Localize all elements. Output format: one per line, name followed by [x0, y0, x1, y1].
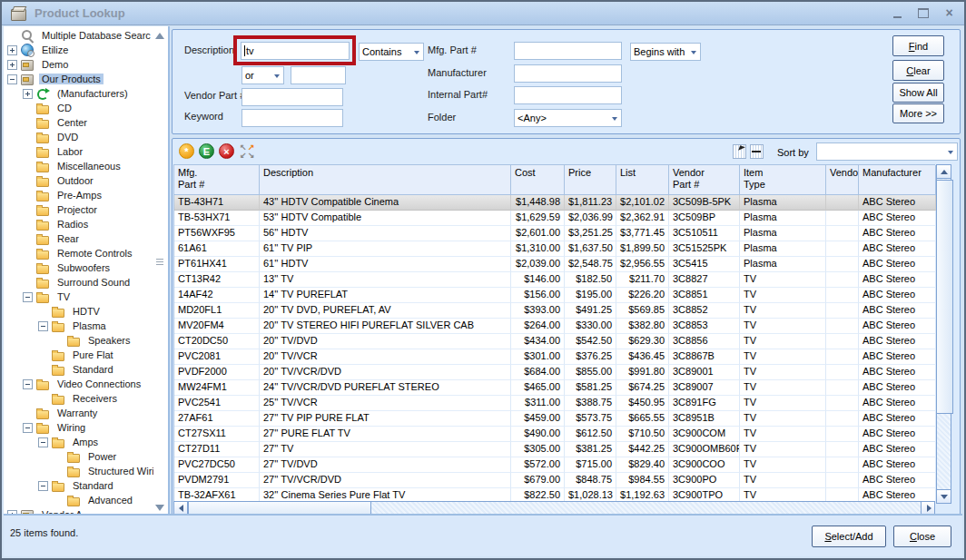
scroll-up-icon[interactable] — [936, 164, 951, 179]
tree-item[interactable]: Standard — [4, 362, 153, 377]
tree-scroll-down-icon[interactable] — [154, 503, 166, 514]
tree-item[interactable]: CD — [4, 101, 153, 115]
column-header-price[interactable]: Price — [565, 165, 616, 195]
column-header-description[interactable]: Description — [260, 165, 511, 195]
tree-item[interactable]: Amps — [4, 435, 153, 449]
tree-item[interactable]: Our Products — [4, 72, 153, 86]
mfg-part-input[interactable] — [514, 42, 622, 60]
collapse-icon[interactable] — [38, 481, 48, 491]
tree-item[interactable]: Warranty — [4, 406, 153, 420]
tree-item[interactable]: Plasma — [4, 319, 153, 333]
mfg-part-match-select[interactable]: Begins with — [630, 43, 701, 61]
tree-item[interactable]: Outdoor — [4, 173, 153, 188]
clear-button[interactable]: Clear — [892, 60, 944, 81]
tree-item[interactable]: Receivers — [4, 391, 153, 406]
description-input[interactable]: tv — [241, 42, 350, 60]
tree-item[interactable]: Multiple Database Searc — [4, 28, 153, 43]
collapse-icon[interactable] — [38, 437, 48, 447]
tree-item[interactable]: Advanced — [4, 493, 153, 507]
collapse-icon[interactable] — [38, 321, 48, 331]
x-badge-icon[interactable]: × — [219, 143, 234, 159]
expand-icon[interactable] — [7, 60, 17, 70]
table-row[interactable]: PVDM279127'' TV/VCR/DVD$679.00$848.75$98… — [174, 473, 935, 488]
table-row[interactable]: PVC254125'' TV/VCR$311.00$388.75$450.953… — [174, 396, 935, 411]
table-row[interactable]: MD20FL120'' TV DVD, PUREFLAT, AV$393.00$… — [174, 303, 935, 319]
expand-icon[interactable] — [7, 45, 17, 55]
tree-item[interactable]: Surround Sound — [4, 275, 153, 290]
tree-item[interactable]: Etilize — [4, 43, 153, 57]
collapse-icon[interactable] — [23, 292, 33, 302]
table-row[interactable]: PVC27DC5027'' TV/DVD$572.00$715.00$829.4… — [174, 457, 935, 473]
table-row[interactable]: PVDF200020'' TV/VCR/DVD$684.00$855.00$99… — [174, 365, 935, 380]
column-header-vendor-part[interactable]: Vendor Part # — [669, 165, 740, 195]
table-row[interactable]: PT56WXF9556'' HDTV$2,601.00$3,251.25$3,7… — [174, 226, 935, 241]
tree-item[interactable]: Power — [4, 449, 153, 464]
vertical-scrollbar[interactable] — [936, 164, 951, 504]
tree-item[interactable]: Projector — [4, 202, 153, 217]
tree-item[interactable]: Wiring — [4, 420, 153, 435]
tree-item[interactable]: Pre-Amps — [4, 188, 153, 202]
table-row[interactable]: MW24FM124'' TV/VCR/DVD PUREFLAT STEREO$4… — [174, 380, 935, 396]
tree-item[interactable]: Demo — [4, 57, 153, 72]
column-header-item-type[interactable]: Item Type — [740, 165, 826, 195]
tree-item[interactable]: TV — [4, 290, 153, 304]
internal-part-input[interactable] — [514, 86, 622, 104]
vendor-part-input[interactable] — [242, 88, 343, 106]
vertical-scroll-thumb[interactable] — [936, 180, 953, 414]
tree-item[interactable]: Standard — [4, 478, 153, 493]
column-header-mfg-part[interactable]: Mfg. Part # — [174, 165, 260, 195]
tree-item[interactable]: Labor — [4, 144, 153, 159]
tree-item[interactable]: DVD — [4, 130, 153, 144]
select-add-button[interactable]: Select/Add — [812, 526, 886, 547]
scroll-down-icon[interactable] — [936, 489, 951, 504]
select-columns-icon[interactable] — [733, 144, 746, 159]
table-row[interactable]: CT27SX1127'' PURE FLAT TV$490.00$612.50$… — [174, 427, 935, 442]
tree-item[interactable]: Radios — [4, 217, 153, 231]
maximize-icon[interactable] — [918, 8, 929, 18]
table-row[interactable]: TB-53HX7153'' HDTV Compatible$1,629.59$2… — [174, 211, 935, 226]
sort-by-select[interactable] — [816, 142, 958, 161]
table-row[interactable]: CT20DC5020'' TV/DVD$434.00$542.50$629.30… — [174, 334, 935, 349]
tree-item[interactable]: Pure Flat — [4, 348, 153, 362]
table-row[interactable]: CT13R4213'' TV$146.00$182.50$211.703C882… — [174, 272, 935, 288]
tree-scroll-up-icon[interactable] — [154, 31, 166, 42]
description-match-select[interactable]: Contains — [359, 43, 424, 61]
column-header-vendor[interactable]: Vendor — [826, 165, 859, 195]
close-icon[interactable]: × — [943, 8, 955, 18]
collapse-icon[interactable] — [23, 379, 33, 389]
description2-input[interactable] — [291, 66, 346, 84]
collapse-arrows-icon[interactable]: ↖↗↙↘ — [240, 143, 256, 159]
table-row[interactable]: MV20FM420'' TV STEREO HIFI PUREFLAT SILV… — [174, 319, 935, 334]
column-header-manufacturer[interactable]: Manufacturer — [859, 165, 936, 195]
tree-item[interactable]: Center — [4, 115, 153, 130]
table-row[interactable]: TB-43H7143'' HDTV Compatible Cinema$1,44… — [174, 195, 935, 211]
minimize-icon[interactable] — [892, 8, 903, 18]
tree-item[interactable]: Rear — [4, 231, 153, 246]
collapse-icon[interactable] — [7, 74, 17, 84]
tree-item[interactable]: Miscellaneous — [4, 159, 153, 173]
table-row[interactable]: CT27D1127'' TV$305.00$381.25$442.253C900… — [174, 442, 935, 457]
show-all-button[interactable]: Show All — [892, 83, 944, 103]
tree-item[interactable]: Structured Wiring — [4, 464, 153, 478]
collapse-icon[interactable] — [23, 423, 33, 433]
find-button[interactable]: Find — [892, 35, 944, 56]
close-button[interactable]: Close — [893, 526, 951, 547]
table-row[interactable]: PVC208120'' TV/VCR$301.00$376.25$436.453… — [174, 349, 935, 365]
expand-icon[interactable] — [23, 89, 33, 99]
tree-scroll-grip[interactable] — [154, 257, 166, 270]
tree-item[interactable]: (Manufacturers) — [4, 86, 153, 101]
table-row[interactable]: PT61HX4161'' HDTV$2,039.00$2,548.75$2,95… — [174, 257, 935, 272]
table-row[interactable]: 14AF4214'' TV PUREFLAT$156.00$195.00$226… — [174, 288, 935, 303]
column-header-list[interactable]: List — [616, 165, 669, 195]
or-operator-select[interactable]: or — [242, 66, 284, 84]
title-bar[interactable]: Product Lookup × — [2, 2, 964, 25]
manufacturer-input[interactable] — [514, 64, 622, 83]
table-row[interactable]: 27AF6127'' TV PIP PURE FLAT$459.00$573.7… — [174, 411, 935, 427]
table-row[interactable]: 61A6161'' TV PIP$1,310.00$1,637.50$1,899… — [174, 241, 935, 257]
tree-item[interactable]: Remote Controls — [4, 246, 153, 260]
tree-item[interactable]: HDTV — [4, 304, 153, 319]
tree-item[interactable]: Speakers — [4, 333, 153, 348]
tree-item[interactable]: Subwoofers — [4, 260, 153, 275]
more-button[interactable]: More >> — [892, 103, 944, 123]
folder-select[interactable]: <Any> — [514, 109, 622, 127]
